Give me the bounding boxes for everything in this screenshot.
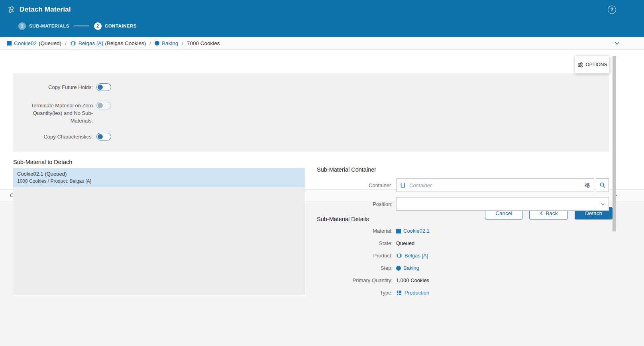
- copy-future-holds-toggle[interactable]: [96, 83, 111, 91]
- detail-value-text: 1,000 Cookies: [396, 277, 429, 283]
- detach-list-heading: Sub-Material to Detach: [13, 159, 72, 165]
- breadcrumb: Cookie02 (Queued) / Belgas [A] (Belgas C…: [0, 37, 644, 50]
- container-section-heading: Sub-Material Container: [317, 166, 609, 173]
- copy-characteristics-label: Copy Characteristics:: [13, 133, 93, 140]
- breadcrumb-separator: /: [149, 40, 151, 46]
- toggle-knob: [98, 103, 103, 108]
- detach-material-icon: [7, 6, 15, 14]
- detail-label: Step:: [317, 265, 393, 271]
- sliders-icon: [577, 62, 583, 68]
- list-item[interactable]: Cookie02.1 (Queued) 1000 Cookies / Produ…: [13, 168, 305, 187]
- terminate-material-row: Terminate Material on Zero Quantity(ies)…: [13, 102, 111, 125]
- step-icon: [155, 41, 159, 45]
- detail-value-step[interactable]: Baking: [396, 265, 419, 271]
- detail-row-material: Material: Cookie02.1: [317, 225, 609, 237]
- product-icon: [396, 253, 402, 259]
- copy-future-holds-label: Copy Future Holds:: [13, 83, 93, 91]
- options-button[interactable]: OPTIONS: [575, 56, 609, 73]
- detail-value-text: Belgas [A]: [404, 253, 428, 259]
- detail-value-material[interactable]: Cookie02.1: [396, 228, 430, 234]
- breadcrumb-material: Cookie02 (Queued): [7, 40, 61, 46]
- detail-value-text: Production: [404, 290, 429, 296]
- breadcrumb-product-link[interactable]: Belgas [A]: [79, 40, 103, 46]
- breadcrumb-product-name: (Belgas Cookies): [105, 40, 146, 46]
- main-content: OPTIONS Copy Future Holds: Terminate Mat…: [0, 50, 644, 189]
- detail-value-text: Baking: [403, 265, 419, 271]
- step-sub-materials[interactable]: 1 SUB-MATERIALS: [18, 22, 69, 30]
- detail-row-primary-quantity: Primary Quantity: 1,000 Cookies: [317, 274, 609, 287]
- breadcrumb-quantity: 7000 Cookies: [187, 40, 220, 46]
- breadcrumb-separator: /: [65, 40, 67, 46]
- step-2-label: CONTAINERS: [105, 24, 137, 28]
- container-lookup-field[interactable]: [396, 178, 594, 192]
- step-containers[interactable]: 2 CONTAINERS: [94, 22, 137, 30]
- toggle-knob: [98, 134, 103, 139]
- container-row: Container:: [317, 178, 609, 192]
- step-1-number: 1: [18, 22, 26, 30]
- breadcrumb-step-link[interactable]: Baking: [162, 40, 178, 46]
- detail-label: Primary Quantity:: [317, 277, 393, 283]
- step-1-label: SUB-MATERIALS: [29, 24, 69, 28]
- container-icon: [400, 182, 406, 188]
- container-details-column: Sub-Material Container Container:: [317, 166, 609, 299]
- production-type-icon: [396, 290, 402, 296]
- help-icon[interactable]: ?: [608, 6, 616, 14]
- detail-value-text: Queued: [396, 240, 414, 246]
- container-search-button[interactable]: [596, 178, 609, 192]
- breadcrumb-step: Baking: [155, 40, 178, 46]
- wizard-steps: 1 SUB-MATERIALS 2 CONTAINERS: [7, 19, 637, 33]
- details-section-heading: Sub-Material Details: [317, 216, 609, 222]
- breadcrumb-separator: /: [182, 40, 183, 46]
- detail-value-state: Queued: [396, 240, 414, 246]
- copy-characteristics-toggle[interactable]: [96, 133, 111, 140]
- list-item-title: Cookie02.1 (Queued): [17, 171, 301, 177]
- vertical-scrollbar[interactable]: [613, 56, 616, 231]
- toggle-knob: [98, 85, 103, 90]
- detail-row-product: Product: Belgas [A]: [317, 249, 609, 262]
- product-icon: [70, 40, 76, 46]
- container-input[interactable]: [408, 182, 581, 189]
- copy-future-holds-row: Copy Future Holds:: [13, 83, 111, 91]
- detail-row-step: Step: Baking: [317, 262, 609, 274]
- terminate-material-toggle: [96, 102, 111, 109]
- header: Detach Material ? 1 SUB-MATERIALS 2 CONT…: [0, 0, 644, 37]
- breadcrumb-material-link[interactable]: Cookie02: [14, 40, 37, 46]
- detail-label: State:: [317, 240, 393, 246]
- options-button-label: OPTIONS: [586, 62, 607, 67]
- options-panel: Copy Future Holds: Terminate Material on…: [13, 73, 609, 152]
- detail-value-type[interactable]: Production: [396, 290, 429, 296]
- sub-material-listbox[interactable]: Cookie02.1 (Queued) 1000 Cookies / Produ…: [13, 168, 305, 295]
- copy-characteristics-row: Copy Characteristics:: [13, 133, 111, 140]
- detail-row-state: State: Queued: [317, 237, 609, 249]
- breadcrumb-material-state: (Queued): [39, 40, 61, 46]
- position-select[interactable]: [396, 197, 609, 211]
- step-icon: [396, 266, 401, 271]
- detail-value-text: Cookie02.1: [403, 228, 430, 234]
- material-icon: [7, 41, 12, 45]
- search-icon: [599, 182, 606, 188]
- detach-material-window: Detach Material ? 1 SUB-MATERIALS 2 CONT…: [0, 0, 644, 346]
- detail-label: Material:: [317, 228, 393, 234]
- detail-label: Product:: [317, 253, 393, 259]
- step-2-number: 2: [94, 22, 102, 30]
- position-label: Position:: [317, 201, 393, 207]
- list-item-subtitle: 1000 Cookies / Product: Belgas [A]: [17, 178, 301, 184]
- detail-row-type: Type: Production: [317, 287, 609, 299]
- detail-value-product[interactable]: Belgas [A]: [396, 253, 428, 259]
- breadcrumb-expand-chevron-down-icon[interactable]: [615, 41, 620, 46]
- material-icon: [396, 229, 401, 233]
- terminate-material-label: Terminate Material on Zero Quantity(ies)…: [13, 102, 93, 125]
- chevron-down-icon: [601, 202, 605, 206]
- container-filter-sliders-icon[interactable]: [584, 182, 590, 188]
- breadcrumb-product: Belgas [A] (Belgas Cookies): [70, 40, 146, 46]
- step-connector: [74, 26, 89, 26]
- page-title: Detach Material: [20, 6, 71, 14]
- container-label: Container:: [317, 182, 393, 188]
- position-row: Position:: [317, 197, 609, 211]
- detail-value-primary-quantity: 1,000 Cookies: [396, 277, 429, 283]
- detail-label: Type:: [317, 290, 393, 296]
